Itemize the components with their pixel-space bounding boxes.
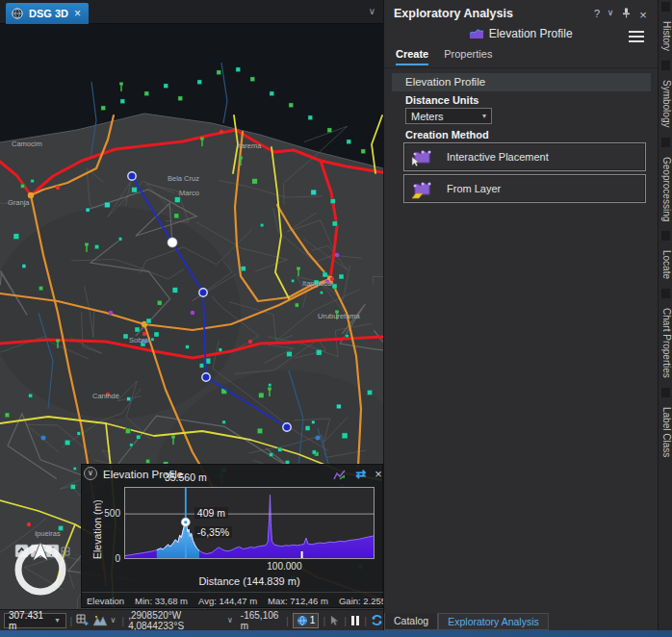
poi-marker [101,106,106,111]
chart-options-icon[interactable] [332,468,348,482]
side-tab-history[interactable]: History [661,15,672,57]
creation-method-label: Creation Method [405,129,489,140]
city-label: Itarema [237,141,262,150]
window-resize-strip [0,630,672,637]
dock-slot [661,289,670,298]
poi-marker [270,452,273,456]
cursor-distance-label: 35.560 m [165,471,207,483]
profile-current-point[interactable] [168,238,177,247]
profile-vertex[interactable] [128,172,136,180]
pane-header: Exploratory Analysis ? ∨ × [384,4,658,23]
docked-pane-strip: HistorySymbologyGeoprocessingLocateChart… [658,0,672,630]
dock-slot [661,388,670,397]
poi-marker [174,197,180,203]
interactive-placement-icon [410,145,433,168]
terrain-mode-icon[interactable] [92,613,108,628]
help-icon[interactable]: ? [590,8,604,19]
poi-marker [287,351,293,357]
map-status-bar: 307.431 m▾ | ∨ | ,2908520°W 4,0844233°S … [0,609,383,630]
poi-marker [65,440,70,446]
profile-vertex[interactable] [283,423,291,431]
poi-marker [132,188,138,193]
creation-method-label: From Layer [447,183,501,194]
poi-marker [70,484,75,489]
tool-title-row: Elevation Profile [384,26,658,43]
refresh-icon[interactable] [371,613,383,628]
poi-marker [137,435,141,439]
creation-method-from-layer[interactable]: From Layer [403,174,646,203]
profile-vertex[interactable] [199,289,207,296]
bottom-tab-catalog[interactable]: Catalog [384,613,438,630]
pane-chevron-icon[interactable]: ∨ [604,8,617,17]
city-label: Ipueiras [35,529,61,538]
city-label: Canindé [92,392,119,400]
poi-marker [199,364,204,369]
pin-icon[interactable] [619,8,633,20]
side-tab-chart-properties[interactable]: Chart Properties [661,302,672,384]
poi-marker [174,214,179,218]
bottom-tab-exploratory-analysis[interactable]: Exploratory Analysis [438,613,549,630]
poi-marker [330,199,335,204]
poi-marker [346,335,349,338]
exploratory-analysis-pane: Exploratory Analysis ? ∨ × Elevation Pro… [383,0,658,637]
side-tab-geoprocessing[interactable]: Geoprocessing [661,151,672,227]
poi-marker [236,67,241,72]
menu-icon[interactable] [629,28,644,45]
poi-marker [305,426,310,431]
poi-marker [332,221,337,226]
globe-icon [297,615,308,626]
poi-marker [217,70,221,75]
poi-marker [320,292,323,294]
poi-marker [197,80,202,85]
view-tab-close-icon[interactable]: × [74,7,81,20]
poi-marker [222,420,225,423]
select-tool-icon[interactable] [329,613,340,628]
map-3d-view[interactable]: CamocimGranjaBela CruzMarcoItaremaItapip… [0,24,383,609]
side-tab-locate[interactable]: Locate [661,244,672,285]
poi-marker [105,202,111,208]
city-label: Bela Cruz [168,174,199,183]
poi-marker [118,238,122,242]
poi-marker [259,393,264,397]
close-pane-icon[interactable]: × [636,8,650,22]
side-tab-symbology[interactable]: Symbology [661,74,672,133]
poi-marker [278,447,282,451]
creation-method-interactive-placement[interactable]: Interactive Placement [403,142,646,171]
snapping-grid-icon[interactable] [76,613,89,628]
poi-marker [250,77,255,82]
scene-globe-icon [12,8,23,19]
pause-drawing-icon[interactable] [350,613,360,628]
tab-overflow-chevron-icon[interactable]: ∨ [369,6,375,16]
close-window-icon[interactable]: × [371,468,383,482]
pane-title: Exploratory Analysis [394,7,513,20]
x-tick-label: 100.000 [267,561,301,572]
pane-tab-properties[interactable]: Properties [444,48,492,65]
poi-marker [337,404,342,409]
reverse-direction-icon[interactable]: ⇄ [353,468,369,482]
side-tab-label-class[interactable]: Label Class [661,401,672,463]
distance-units-dropdown[interactable]: Meters ▾ [405,108,492,124]
application-window: DSG 3D × ∨ CamocimGranjaBela CruzMarcoIt… [0,0,672,637]
elevation-stat: Max: 712,46 m [268,596,328,606]
y-tick-label: 500 [86,508,120,519]
globe-scene-badge[interactable]: 1 [293,613,320,628]
poi-marker [39,287,42,291]
poi-marker [342,433,348,439]
creation-method-label: Interactive Placement [447,151,549,163]
elevation-chart-plot[interactable] [124,487,375,559]
elevation-stat: Gain: 2.255,77 m [339,596,383,606]
terrain-mode-chevron-icon[interactable]: ∨ [110,616,116,624]
collapse-chevron-icon[interactable]: ∨ [84,467,97,480]
poi-marker [29,394,33,397]
view-tab-dsg-3d[interactable]: DSG 3D × [6,3,89,24]
coordinates-chevron-icon[interactable]: ∨ [227,616,233,624]
map-scale-selector[interactable]: 307.431 m▾ [4,613,66,628]
poi-marker [361,149,366,154]
poi-marker [270,91,274,96]
cursor-coordinates[interactable]: ,2908520°W 4,0844233°S [128,610,223,631]
poi-marker [241,267,246,271]
city-label: Granja [8,198,30,207]
poi-marker [312,450,316,454]
profile-vertex[interactable] [202,373,210,381]
pane-tab-create[interactable]: Create [396,48,428,65]
